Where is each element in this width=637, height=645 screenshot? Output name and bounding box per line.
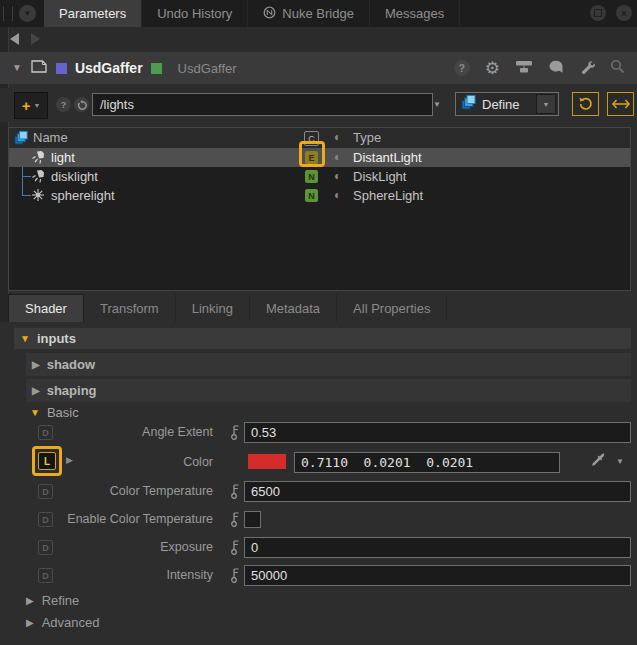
- triangle-right-icon: ▶: [26, 596, 34, 606]
- param-row-color-temperature: D Color Temperature 6500: [0, 480, 637, 504]
- gaffer-parameters-panel: ▼ Parameters Undo History Nuke Bridge Me…: [0, 0, 637, 645]
- column-header-activation-icon[interactable]: ◐: [334, 130, 341, 144]
- spotlight-icon: [31, 169, 45, 186]
- spotlight-icon: [31, 150, 45, 167]
- chat-bubble-icon[interactable]: [548, 60, 564, 77]
- tab-shader[interactable]: Shader: [8, 294, 84, 322]
- panel-titlebar: ▼ Parameters Undo History Nuke Bridge Me…: [0, 0, 637, 27]
- expand-width-button[interactable]: [607, 92, 634, 116]
- param-row-angle-extent: D Angle Extent 0.53: [0, 421, 637, 445]
- triangle-right-icon: ▶: [32, 360, 40, 370]
- panel-menu-button[interactable]: ▼: [19, 5, 36, 22]
- tab-metadata[interactable]: Metadata: [250, 294, 337, 322]
- node-header: ▼ UsdGaffer UsdGaffer ? ⚙: [0, 52, 637, 84]
- param-label: Exposure: [40, 540, 213, 554]
- color-options-dropdown-icon[interactable]: ▼: [616, 457, 624, 466]
- help-circle-icon[interactable]: ?: [56, 97, 71, 112]
- tab-linking[interactable]: Linking: [176, 294, 250, 322]
- section-shadow[interactable]: ▶ shadow: [26, 353, 631, 376]
- prim-path-input[interactable]: /lights: [92, 93, 433, 116]
- triangle-right-icon: ▶: [32, 386, 40, 396]
- exposure-field[interactable]: 0: [244, 537, 631, 558]
- mode-select[interactable]: Define ▼: [455, 92, 559, 116]
- section-shaping[interactable]: ▶ shaping: [26, 379, 631, 402]
- eyedropper-icon[interactable]: [590, 452, 607, 472]
- triangle-down-icon: ▼: [20, 334, 30, 344]
- column-header-name[interactable]: Name: [33, 130, 68, 145]
- new-badge[interactable]: N: [305, 189, 318, 202]
- plus-icon: +: [22, 98, 31, 113]
- enable-color-temperature-checkbox[interactable]: [244, 511, 261, 528]
- mode-dropdown-icon[interactable]: ▼: [536, 94, 556, 114]
- param-row-enable-color-temperature: D Enable Color Temperature: [0, 508, 637, 532]
- tree-row-disklight[interactable]: disklight N ◐ DiskLight: [9, 167, 630, 186]
- node-title: UsdGaffer: [75, 60, 143, 76]
- activation-toggle-icon[interactable]: ◐: [334, 188, 341, 202]
- plug-icon[interactable]: [231, 566, 240, 587]
- param-label: Enable Color Temperature: [40, 512, 213, 526]
- gear-icon[interactable]: ⚙: [485, 60, 500, 77]
- plug-icon[interactable]: [231, 423, 240, 444]
- tab-all-properties[interactable]: All Properties: [337, 294, 447, 322]
- section-refine[interactable]: ▶ Refine: [26, 593, 79, 608]
- chevron-down-icon: ▼: [33, 102, 40, 109]
- intensity-field[interactable]: 50000: [244, 565, 631, 586]
- property-tabs: Shader Transform Linking Metadata All Pr…: [8, 294, 631, 323]
- node-name-label: UsdGaffer: [178, 61, 237, 76]
- tab-undo-history[interactable]: Undo History: [142, 0, 248, 27]
- tab-nuke-bridge[interactable]: Nuke Bridge: [248, 0, 370, 27]
- triangle-right-icon: ▶: [26, 618, 34, 628]
- activation-toggle-icon[interactable]: ◐: [334, 150, 341, 164]
- activation-toggle-icon[interactable]: ◐: [334, 169, 341, 183]
- tab-messages[interactable]: Messages: [370, 0, 460, 27]
- section-advanced[interactable]: ▶ Advanced: [26, 615, 100, 630]
- new-badge[interactable]: N: [305, 170, 318, 183]
- param-label: Intensity: [40, 568, 213, 582]
- param-row-exposure: D Exposure 0: [0, 536, 637, 560]
- plug-icon[interactable]: [231, 482, 240, 503]
- param-row-intensity: D Intensity 50000: [0, 564, 637, 588]
- node-editor-icon[interactable]: [515, 60, 533, 76]
- add-button[interactable]: + ▼: [14, 92, 48, 119]
- close-panel-icon[interactable]: ×: [616, 5, 632, 21]
- float-panel-icon[interactable]: [590, 5, 606, 21]
- param-label: Angle Extent: [40, 425, 213, 439]
- root-cube-icon[interactable]: [13, 130, 29, 149]
- plug-icon[interactable]: [231, 510, 240, 531]
- back-arrow-icon[interactable]: [10, 33, 19, 45]
- tab-transform[interactable]: Transform: [84, 294, 176, 322]
- section-basic[interactable]: ▼ Basic: [30, 405, 79, 420]
- color-temperature-field[interactable]: 6500: [244, 481, 631, 502]
- reload-button[interactable]: [572, 92, 599, 116]
- plug-icon[interactable]: [231, 538, 240, 559]
- node-color-swatch: [56, 63, 67, 74]
- node-state-swatch: [151, 63, 162, 74]
- forward-arrow-icon[interactable]: [31, 33, 40, 45]
- tab-parameters[interactable]: Parameters: [44, 0, 142, 27]
- scene-tree-table: Name C ◐ Type light E ◐ DistantLight dis…: [8, 127, 631, 291]
- revert-icon[interactable]: [74, 97, 89, 112]
- param-label: Color Temperature: [40, 484, 213, 498]
- triangle-down-icon: ▼: [30, 408, 40, 418]
- tree-row-spherelight[interactable]: spherelight N ◐ SphereLight: [9, 186, 630, 205]
- help-icon[interactable]: ?: [454, 60, 470, 76]
- angle-extent-field[interactable]: 0.53: [244, 422, 631, 443]
- annotation-highlight-edit-badge: [299, 141, 325, 167]
- cube-stack-icon: [460, 94, 477, 114]
- section-inputs[interactable]: ▼ inputs: [14, 328, 631, 349]
- column-header-type[interactable]: Type: [353, 130, 381, 145]
- wrench-icon[interactable]: [579, 59, 595, 78]
- panel-drag-handle[interactable]: [3, 6, 13, 21]
- collapse-node-icon[interactable]: ▼: [12, 63, 22, 73]
- notebook-icon: [30, 59, 48, 77]
- shader-parameter-panel: ▼ inputs ▶ shadow ▶ shaping ▼ Basic D An…: [0, 322, 637, 645]
- search-icon[interactable]: [610, 59, 625, 77]
- location-toolbar: + ▼ ? /lights ▼ Define ▼: [0, 88, 637, 122]
- history-nav: [0, 27, 637, 51]
- color-value-field[interactable]: 0.7110 0.0201 0.0201: [294, 452, 560, 473]
- path-dropdown-icon[interactable]: ▼: [433, 100, 441, 109]
- pointlight-icon: [31, 188, 45, 205]
- nuke-logo-icon: [263, 6, 276, 22]
- param-row-color: L ▶ Color 0.7110 0.0201 0.0201 ▼: [0, 449, 637, 477]
- color-swatch[interactable]: [248, 454, 286, 469]
